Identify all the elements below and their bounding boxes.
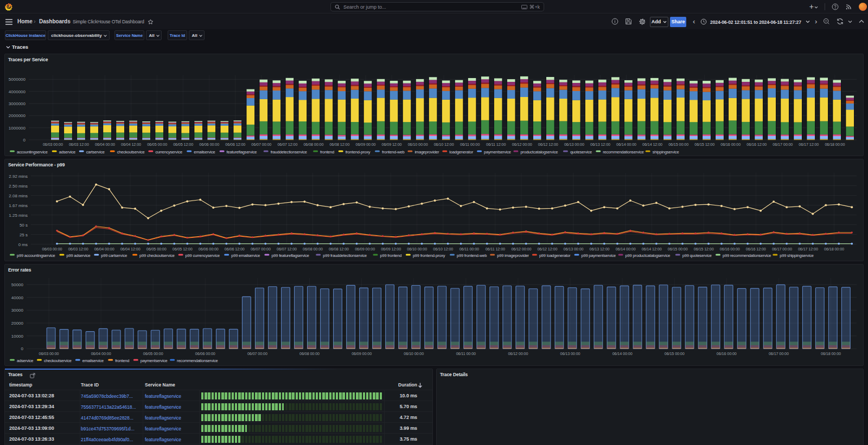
svg-text:06/16 12:00: 06/16 12:00 bbox=[746, 142, 767, 147]
svg-text:10000: 10000 bbox=[11, 334, 24, 339]
svg-text:06/18 00:00: 06/18 00:00 bbox=[824, 247, 844, 251]
svg-text:06/07 00:00: 06/07 00:00 bbox=[251, 247, 271, 251]
svg-text:p99 frontend-proxy: p99 frontend-proxy bbox=[413, 253, 445, 258]
svg-text:06/08 00:00: 06/08 00:00 bbox=[303, 247, 323, 251]
svg-text:25 s: 25 s bbox=[20, 233, 28, 237]
svg-text:p99 productcatalogservice: p99 productcatalogservice bbox=[626, 253, 671, 258]
svg-text:06/04 00:00: 06/04 00:00 bbox=[94, 247, 114, 251]
svg-text:frauddetectionservice: frauddetectionservice bbox=[271, 150, 307, 154]
svg-text:06/06 00:00: 06/06 00:00 bbox=[199, 247, 219, 251]
svg-text:checkoutservice: checkoutservice bbox=[117, 150, 145, 154]
svg-text:p99 frontend: p99 frontend bbox=[380, 253, 402, 258]
svg-text:06/11 00:00: 06/11 00:00 bbox=[460, 142, 480, 147]
svg-text:06/04 00:00: 06/04 00:00 bbox=[91, 351, 111, 356]
svg-text:06/12 00:00: 06/12 00:00 bbox=[508, 351, 528, 356]
svg-text:06/11 00:00: 06/11 00:00 bbox=[459, 247, 479, 251]
svg-text:06/13 00:00: 06/13 00:00 bbox=[564, 142, 584, 147]
svg-text:06/17 00:00: 06/17 00:00 bbox=[769, 351, 789, 356]
svg-text:06/17 00:00: 06/17 00:00 bbox=[772, 247, 792, 251]
svg-text:2000000: 2000000 bbox=[9, 113, 26, 118]
svg-text:06/04 00:00: 06/04 00:00 bbox=[95, 142, 115, 147]
svg-text:06/03 00:00: 06/03 00:00 bbox=[42, 247, 62, 251]
svg-text:5000000: 5000000 bbox=[9, 77, 26, 82]
svg-text:06/03 12:00: 06/03 12:00 bbox=[68, 247, 88, 251]
svg-text:2.08 mins: 2.08 mins bbox=[9, 194, 28, 198]
svg-text:06/07 00:00: 06/07 00:00 bbox=[251, 142, 271, 147]
svg-text:paymentservice: paymentservice bbox=[141, 358, 168, 363]
svg-text:quoteservice: quoteservice bbox=[570, 150, 592, 154]
svg-text:p99 shippingservice: p99 shippingservice bbox=[780, 253, 814, 258]
svg-text:4000000: 4000000 bbox=[9, 89, 26, 94]
svg-text:06/15 00:00: 06/15 00:00 bbox=[668, 247, 688, 251]
svg-text:06/13 00:00: 06/13 00:00 bbox=[564, 247, 584, 251]
svg-text:frontend-proxy: frontend-proxy bbox=[346, 150, 371, 154]
svg-text:06/08 12:00: 06/08 12:00 bbox=[329, 142, 349, 147]
svg-text:p99 paymentservice: p99 paymentservice bbox=[582, 253, 616, 258]
svg-text:06/13 00:00: 06/13 00:00 bbox=[560, 351, 580, 356]
svg-text:06/12 12:00: 06/12 12:00 bbox=[538, 142, 558, 147]
svg-text:06/17 12:00: 06/17 12:00 bbox=[799, 142, 819, 147]
svg-text:06/04 12:00: 06/04 12:00 bbox=[121, 142, 141, 147]
svg-text:06/14 00:00: 06/14 00:00 bbox=[612, 351, 633, 356]
svg-text:p99 accountingservice: p99 accountingservice bbox=[17, 253, 55, 258]
svg-text:imageprovider: imageprovider bbox=[414, 150, 439, 154]
svg-text:featureflagservice: featureflagservice bbox=[227, 150, 257, 154]
svg-text:06/15 00:00: 06/15 00:00 bbox=[668, 142, 688, 147]
svg-text:06/13 12:00: 06/13 12:00 bbox=[590, 247, 610, 251]
svg-text:shippingservice: shippingservice bbox=[653, 150, 679, 154]
svg-text:06/12 00:00: 06/12 00:00 bbox=[511, 247, 531, 251]
svg-text:p99 adservice: p99 adservice bbox=[67, 253, 91, 258]
svg-text:loadgenerator: loadgenerator bbox=[449, 150, 473, 154]
svg-text:adservice: adservice bbox=[59, 150, 75, 154]
svg-text:06/15 12:00: 06/15 12:00 bbox=[694, 247, 714, 251]
svg-text:06/14 00:00: 06/14 00:00 bbox=[616, 247, 636, 251]
svg-text:06/08 00:00: 06/08 00:00 bbox=[303, 142, 323, 147]
svg-text:06/18 00:00: 06/18 00:00 bbox=[825, 142, 845, 147]
svg-text:1.25 mins: 1.25 mins bbox=[9, 213, 28, 218]
svg-text:06/16 12:00: 06/16 12:00 bbox=[746, 247, 766, 251]
svg-text:p99 checkoutservice: p99 checkoutservice bbox=[139, 253, 175, 258]
svg-text:06/17 12:00: 06/17 12:00 bbox=[798, 247, 818, 251]
svg-text:06/09 00:00: 06/09 00:00 bbox=[356, 142, 376, 147]
svg-text:06/18 00:00: 06/18 00:00 bbox=[821, 351, 841, 356]
svg-text:1000000: 1000000 bbox=[9, 126, 26, 131]
svg-text:p99 cartservice: p99 cartservice bbox=[101, 253, 127, 258]
svg-text:0: 0 bbox=[23, 138, 26, 143]
svg-text:06/08 12:00: 06/08 12:00 bbox=[329, 247, 349, 251]
svg-text:06/05 12:00: 06/05 12:00 bbox=[173, 247, 193, 251]
svg-text:06/05 00:00: 06/05 00:00 bbox=[147, 142, 167, 147]
svg-text:06/14 00:00: 06/14 00:00 bbox=[616, 142, 636, 147]
svg-text:p99 recommendationservice: p99 recommendationservice bbox=[723, 253, 771, 258]
svg-text:0 ms: 0 ms bbox=[18, 242, 28, 247]
svg-text:06/10 12:00: 06/10 12:00 bbox=[434, 142, 454, 147]
svg-text:06/16 00:00: 06/16 00:00 bbox=[717, 351, 737, 356]
svg-text:frontend: frontend bbox=[320, 150, 334, 154]
svg-text:06/05 00:00: 06/05 00:00 bbox=[143, 351, 163, 356]
svg-text:paymentservice: paymentservice bbox=[484, 150, 511, 154]
svg-text:06/05 12:00: 06/05 12:00 bbox=[173, 142, 193, 147]
svg-text:06/11 12:00: 06/11 12:00 bbox=[486, 142, 506, 147]
svg-text:emailservice: emailservice bbox=[194, 150, 215, 154]
svg-text:06/17 00:00: 06/17 00:00 bbox=[773, 142, 793, 147]
svg-text:p99 frontend-web: p99 frontend-web bbox=[457, 253, 487, 258]
svg-text:06/03 00:00: 06/03 00:00 bbox=[43, 142, 63, 147]
svg-text:productcatalogservice: productcatalogservice bbox=[520, 150, 558, 154]
svg-text:emailservice: emailservice bbox=[82, 358, 104, 363]
svg-text:06/04 12:00: 06/04 12:00 bbox=[120, 247, 141, 251]
svg-text:06/10 00:00: 06/10 00:00 bbox=[404, 351, 424, 356]
svg-text:06/15 12:00: 06/15 12:00 bbox=[694, 142, 714, 147]
svg-text:06/11 00:00: 06/11 00:00 bbox=[456, 351, 476, 356]
svg-text:06/09 00:00: 06/09 00:00 bbox=[352, 351, 372, 356]
svg-text:recommendationservice: recommendationservice bbox=[177, 358, 218, 363]
svg-text:1.67 mins: 1.67 mins bbox=[9, 203, 28, 208]
svg-text:06/09 00:00: 06/09 00:00 bbox=[355, 247, 375, 251]
svg-text:recommendationservice: recommendationservice bbox=[603, 150, 643, 154]
svg-text:06/10 00:00: 06/10 00:00 bbox=[408, 142, 428, 147]
svg-text:50 s: 50 s bbox=[20, 223, 28, 228]
svg-text:frontend: frontend bbox=[115, 358, 129, 363]
svg-text:06/06 12:00: 06/06 12:00 bbox=[225, 247, 245, 251]
svg-text:06/07 12:00: 06/07 12:00 bbox=[277, 247, 297, 251]
svg-text:06/11 12:00: 06/11 12:00 bbox=[486, 247, 505, 251]
svg-text:06/07 00:00: 06/07 00:00 bbox=[247, 351, 267, 356]
svg-text:0: 0 bbox=[21, 346, 24, 351]
